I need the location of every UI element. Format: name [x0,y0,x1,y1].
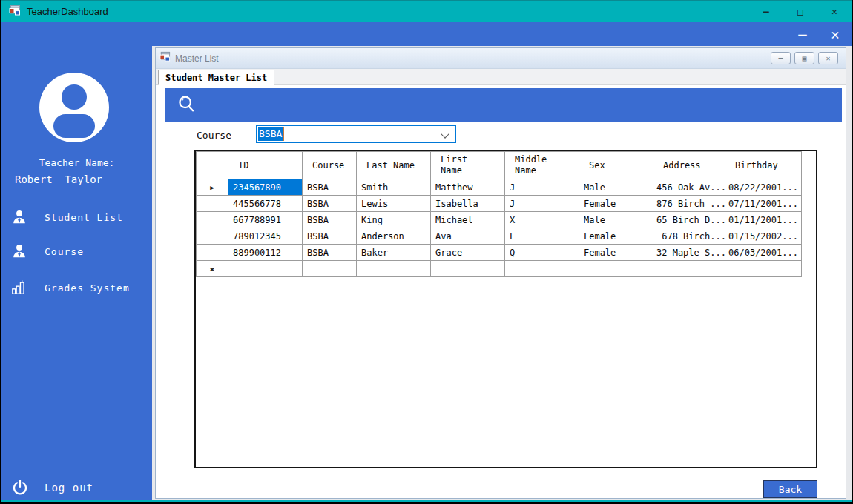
row-header-column[interactable] [197,152,228,179]
cell[interactable]: Smith [357,179,431,196]
cell[interactable]: 08/22/2001... [725,179,802,196]
app-icon [9,4,21,19]
cell[interactable]: Lewis [357,196,431,212]
course-selected-value: BSBA [258,127,284,141]
child-minimize-icon[interactable]: — [771,52,791,64]
student-master-list-page: Course BSBA [156,85,846,498]
cell[interactable]: Male [579,212,653,228]
row-header[interactable] [197,228,228,245]
cell[interactable]: Female [579,245,653,261]
cell[interactable]: 445566778 [228,196,303,212]
cell[interactable] [431,261,505,277]
sidebar-item-grades-system[interactable]: Grades System [1,276,152,299]
cell[interactable]: Michael [431,212,505,228]
cell[interactable]: Grace [431,245,505,261]
tab-student-master-list[interactable]: Student Master List [158,70,274,85]
column-header-first-name[interactable]: First Name [431,152,505,179]
sidebar-item-label: Grades System [45,282,130,294]
tab-strip: Student Master List [156,69,846,85]
window-title: TeacherDashboard [27,6,108,17]
cell[interactable]: BSBA [303,196,357,212]
cell-selected[interactable]: 234567890 [228,179,303,196]
cell[interactable]: Female [579,196,653,212]
maximize-icon[interactable]: □ [783,1,817,22]
cell[interactable] [505,261,579,277]
cell[interactable]: 876 Birch ... [653,196,725,212]
table-row: 889900112 BSBA Baker Grace Q Female 32 M… [197,245,802,261]
column-header-last-name[interactable]: Last Name [357,152,431,179]
cell[interactable] [653,261,725,277]
avatar [39,73,109,142]
child-window-title: Master List [175,53,219,64]
cell[interactable]: 01/11/2001... [725,212,802,228]
cell[interactable] [579,261,653,277]
row-header[interactable] [197,196,228,212]
cell[interactable]: King [357,212,431,228]
cell[interactable]: BSBA [303,245,357,261]
cell[interactable]: Baker [357,245,431,261]
app-close-icon[interactable]: ✕ [819,22,852,46]
cell[interactable]: 678 Birch... [653,228,725,245]
cell[interactable]: 32 Maple S... [653,245,725,261]
new-row-indicator[interactable]: ✱ [197,261,228,277]
course-combobox[interactable]: BSBA [256,125,456,143]
student-table: ID Course Last Name First Name Middle Na… [196,151,802,277]
cell[interactable] [228,261,303,277]
cell[interactable]: J [505,196,579,212]
back-button[interactable]: Back [763,480,817,498]
row-header[interactable] [197,245,228,261]
close-icon[interactable]: ✕ [817,1,852,22]
power-icon [10,479,30,497]
column-header-id[interactable]: ID [228,152,303,179]
cell[interactable] [357,261,431,277]
course-label: Course [197,130,231,141]
cell[interactable]: BSBA [303,228,357,245]
cell[interactable]: Female [579,228,653,245]
child-close-icon[interactable]: ✕ [818,52,838,64]
cell[interactable]: 889900112 [228,245,303,261]
sidebar-item-course[interactable]: Course [1,240,152,262]
cell[interactable]: 667788991 [228,212,303,228]
cell[interactable]: Matthew [431,179,505,196]
cell[interactable]: 01/15/2002... [725,228,802,245]
cell[interactable]: Anderson [357,228,431,245]
cell[interactable] [303,261,357,277]
app-minimize-icon[interactable]: — [786,22,819,46]
column-header-birthday[interactable]: Birthday [725,152,802,179]
column-header-course[interactable]: Course [303,152,357,179]
row-header[interactable] [197,212,228,228]
cell[interactable]: 789012345 [228,228,303,245]
chevron-down-icon[interactable] [441,130,449,138]
minimize-icon[interactable]: — [749,1,783,22]
person-tie-icon [10,209,28,225]
bar-chart-icon [10,279,28,296]
cell[interactable]: BSBA [303,179,357,196]
cell[interactable] [725,261,802,277]
student-grid: ID Course Last Name First Name Middle Na… [194,150,817,468]
cell[interactable]: 456 Oak Av... [653,179,725,196]
cell[interactable]: J [505,179,579,196]
cell[interactable]: BSBA [303,212,357,228]
current-row-indicator[interactable]: ▶ [197,179,228,196]
sidebar: Teacher Name: Robert Taylor Student List [1,46,152,500]
search-bar[interactable] [165,88,842,122]
cell[interactable]: Male [579,179,653,196]
column-header-middle-name[interactable]: Middle Name [505,152,579,179]
cell[interactable]: 07/11/2001... [725,196,802,212]
logout-button[interactable]: Log out [1,476,152,500]
cell[interactable]: 06/03/2001... [725,245,802,261]
cell[interactable]: 65 Birch D... [653,212,725,228]
cell[interactable]: L [505,228,579,245]
child-restore-icon[interactable]: ▣ [794,52,814,64]
sidebar-item-student-list[interactable]: Student List [1,206,152,228]
logout-label: Log out [45,482,93,494]
cell[interactable]: Isabella [431,196,505,212]
cell[interactable]: X [505,212,579,228]
column-header-sex[interactable]: Sex [579,152,653,179]
cell[interactable]: Q [505,245,579,261]
column-header-address[interactable]: Address [653,152,725,179]
cell[interactable]: Ava [431,228,505,245]
new-row: ✱ [197,261,802,277]
child-titlebar: Master List — ▣ ✕ [156,48,846,69]
sidebar-item-label: Student List [45,212,123,223]
